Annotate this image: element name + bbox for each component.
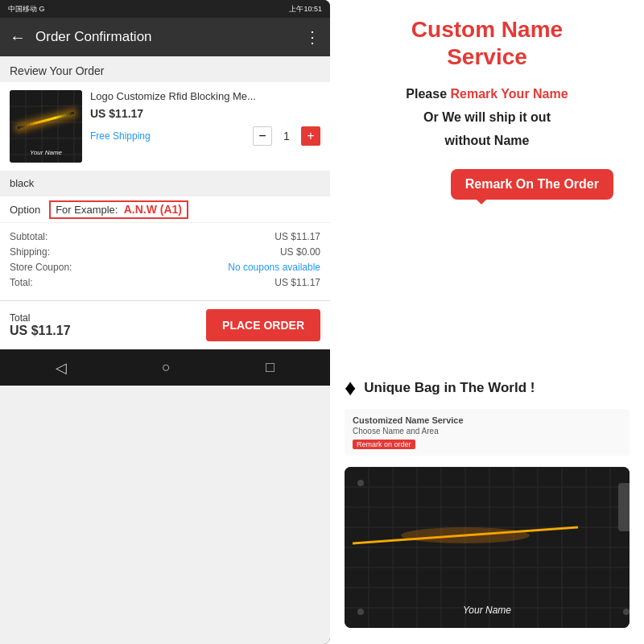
totals-section: Subtotal: US $11.17 Shipping: US $0.00 S… bbox=[0, 223, 330, 300]
unique-bag-text: Unique Bag in The World ! bbox=[364, 380, 535, 396]
total-label: Total: bbox=[10, 277, 33, 288]
product-card: Customized Name Service Choose Name and … bbox=[0, 82, 330, 171]
shipping-value: US $0.00 bbox=[280, 246, 320, 258]
coupon-value: No coupons available bbox=[228, 262, 320, 273]
product-image-wrapper: Customized Name Service Choose Name and … bbox=[10, 90, 82, 163]
subtotal-value: US $11.17 bbox=[275, 231, 320, 242]
diamond-icon: ♦ bbox=[345, 375, 356, 401]
quantity-decrease-button[interactable]: − bbox=[253, 126, 272, 146]
review-header: Review Your Order bbox=[0, 56, 330, 82]
remark-bubble-wrapper: Remark On The Order bbox=[345, 169, 630, 200]
unique-bag-row: ♦ Unique Bag in The World ! bbox=[345, 375, 630, 401]
svg-rect-29 bbox=[618, 483, 630, 531]
wallet-your-name: Your Name bbox=[463, 605, 511, 616]
status-time: 上午10:51 bbox=[289, 4, 322, 14]
your-name-label: Your Name bbox=[30, 149, 62, 156]
android-nav: ◁ ○ □ bbox=[0, 349, 330, 386]
custom-title: Custom Name Service bbox=[345, 16, 630, 70]
spacer bbox=[345, 208, 630, 375]
option-section: Option For Example: A.N.W (A1) bbox=[0, 196, 330, 223]
instruction-line2: Or We will ship it out bbox=[345, 106, 630, 130]
svg-point-30 bbox=[357, 480, 364, 486]
instruction-line1: Please Remark Your Name bbox=[345, 83, 630, 106]
status-carrier: 中国移动 G bbox=[8, 4, 45, 14]
right-panel: Custom Name Service Please Remark Your N… bbox=[330, 0, 644, 644]
example-value: A.N.W (A1) bbox=[124, 203, 182, 216]
wallet-image: Your Name bbox=[345, 467, 630, 628]
mini-title: Customized Name Service bbox=[353, 415, 621, 425]
shipping-total-row: Shipping: US $0.00 bbox=[10, 246, 320, 258]
phone-mockup: 中国移动 G 上午10:51 ← Order Confirmation ⋮ Re… bbox=[0, 0, 330, 644]
svg-point-32 bbox=[357, 609, 364, 615]
shipping-label: Shipping: bbox=[10, 246, 50, 258]
phone-content: Review Your Order Customized Name Servic… bbox=[0, 56, 330, 644]
product-price: US $11.17 bbox=[90, 107, 320, 120]
instruction-line3: without Name bbox=[345, 130, 630, 153]
option-label: Option bbox=[10, 204, 40, 216]
quantity-value: 1 bbox=[279, 130, 295, 142]
instruction-plain: Please bbox=[406, 87, 450, 101]
back-button[interactable]: ← bbox=[10, 28, 26, 47]
remark-bubble: Remark On The Order bbox=[451, 169, 613, 200]
remark-badge-mini: Remark on order bbox=[353, 440, 415, 449]
product-image-inner: Your Name bbox=[10, 90, 82, 163]
shipping-row: Free Shipping − 1 + bbox=[90, 126, 320, 146]
quantity-increase-button[interactable]: + bbox=[301, 126, 320, 146]
product-name: Logo Customize Rfid Blocking Me... bbox=[90, 90, 320, 104]
total-row: Total: US $11.17 bbox=[10, 277, 320, 288]
android-back-button[interactable]: ◁ bbox=[56, 359, 67, 377]
bottom-total-price: US $11.17 bbox=[10, 324, 71, 338]
place-order-button[interactable]: PLACE ORDER bbox=[206, 309, 320, 341]
subtotal-row: Subtotal: US $11.17 bbox=[10, 231, 320, 242]
svg-point-31 bbox=[623, 609, 630, 615]
nav-bar: ← Order Confirmation ⋮ bbox=[0, 18, 330, 56]
product-card-mini: Customized Name Service Choose Name and … bbox=[345, 409, 630, 456]
nav-title: Order Confirmation bbox=[35, 29, 295, 45]
instruction-highlight: Remark Your Name bbox=[451, 87, 568, 101]
custom-title-line2: Service bbox=[345, 43, 630, 71]
total-value: US $11.17 bbox=[275, 277, 320, 288]
svg-point-35 bbox=[401, 527, 530, 543]
color-section: black bbox=[0, 171, 330, 196]
menu-dots-button[interactable]: ⋮ bbox=[304, 27, 320, 47]
coupon-label: Store Coupon: bbox=[10, 262, 72, 273]
subtotal-label: Subtotal: bbox=[10, 231, 47, 242]
android-home-button[interactable]: ○ bbox=[162, 359, 171, 376]
custom-title-line1: Custom Name bbox=[345, 16, 630, 43]
example-for-label: For Example: bbox=[56, 204, 118, 216]
android-recent-button[interactable]: □ bbox=[266, 359, 275, 376]
coupon-row: Store Coupon: No coupons available bbox=[10, 262, 320, 273]
free-shipping: Free Shipping bbox=[90, 130, 151, 142]
bottom-total-group: Total US $11.17 bbox=[10, 312, 71, 338]
product-info: Logo Customize Rfid Blocking Me... US $1… bbox=[90, 90, 320, 146]
mini-sub: Choose Name and Area bbox=[353, 427, 621, 436]
bottom-total-label: Total bbox=[10, 312, 71, 324]
instruction-block: Please Remark Your Name Or We will ship … bbox=[345, 83, 630, 152]
bottom-bar: Total US $11.17 PLACE ORDER bbox=[0, 300, 330, 349]
product-image: Your Name bbox=[10, 90, 82, 163]
example-box: For Example: A.N.W (A1) bbox=[49, 200, 188, 219]
status-bar: 中国移动 G 上午10:51 bbox=[0, 0, 330, 18]
quantity-control[interactable]: − 1 + bbox=[253, 126, 320, 146]
